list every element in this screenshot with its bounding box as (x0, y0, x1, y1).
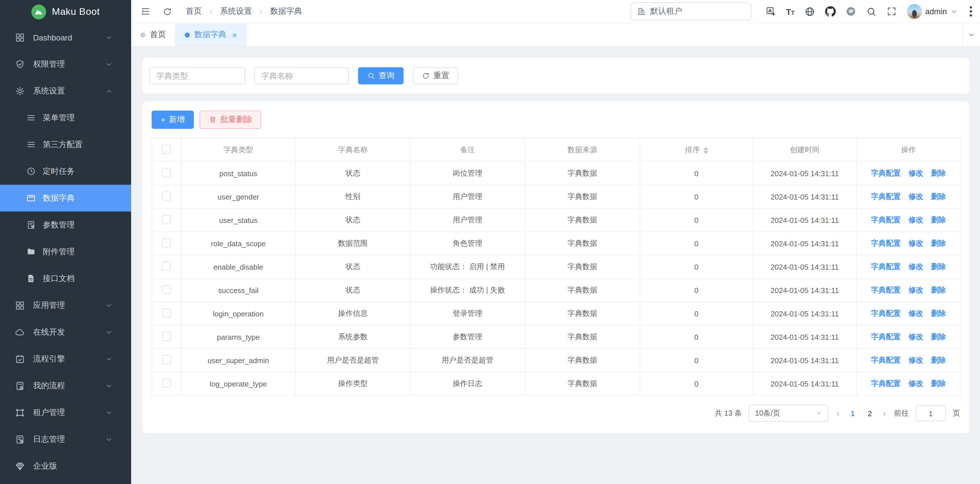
row-checkbox[interactable] (162, 191, 171, 201)
menu-lines-icon (26, 140, 36, 150)
user-menu[interactable]: admin (907, 4, 958, 19)
breadcrumb-item-system-settings[interactable]: 系统设置 (220, 6, 252, 16)
chevron-down-icon (950, 8, 958, 15)
sidebar-item-data-dictionary[interactable]: 数据字典 (0, 185, 131, 212)
next-page-button[interactable]: › (882, 408, 887, 419)
delete-link[interactable]: 删除 (931, 215, 946, 224)
delete-link[interactable]: 删除 (931, 262, 946, 271)
sidebar-item-label: 应用管理 (33, 300, 105, 310)
row-checkbox[interactable] (162, 378, 171, 387)
row-checkbox[interactable] (162, 355, 171, 364)
cell-dict-type: log_operate_type (181, 372, 296, 395)
dict-config-link[interactable]: 字典配置 (871, 192, 901, 201)
delete-link[interactable]: 删除 (931, 379, 946, 388)
page-number-2[interactable]: 2 (865, 409, 875, 417)
gitee-icon[interactable] (845, 6, 856, 17)
row-checkbox[interactable] (162, 308, 171, 317)
search-button[interactable]: 查询 (358, 67, 404, 84)
dict-config-link[interactable]: 字典配置 (871, 309, 901, 318)
prev-page-button[interactable]: ‹ (835, 408, 841, 419)
dict-config-link[interactable]: 字典配置 (871, 332, 901, 341)
search-icon[interactable] (866, 6, 877, 17)
dict-config-link[interactable]: 字典配置 (871, 356, 901, 364)
cell-remark: 参数管理 (410, 325, 525, 349)
github-icon[interactable] (825, 6, 836, 17)
edit-link[interactable]: 修改 (908, 309, 923, 318)
sidebar-item-scheduled-tasks[interactable]: 定时任务 (0, 158, 131, 185)
page-size-select[interactable]: 10条/页 (749, 405, 829, 422)
globe-icon[interactable] (804, 6, 815, 17)
sidebar-item-online-dev[interactable]: 在线开发 (0, 319, 131, 345)
font-size-icon[interactable]: TT (786, 7, 795, 16)
close-icon[interactable]: × (232, 30, 237, 40)
row-checkbox[interactable] (162, 331, 171, 341)
row-checkbox[interactable] (162, 261, 171, 271)
sidebar-item-api-docs[interactable]: 接口文档 (0, 265, 131, 292)
sidebar-item-system-settings[interactable]: 系统设置 (0, 78, 131, 104)
row-checkbox[interactable] (162, 215, 171, 224)
edit-link[interactable]: 修改 (908, 262, 923, 271)
delete-link[interactable]: 删除 (931, 332, 946, 341)
edit-link[interactable]: 修改 (908, 169, 923, 177)
sidebar-item-app-management[interactable]: 应用管理 (0, 292, 131, 319)
tab-data-dictionary[interactable]: 数据字典 × (176, 23, 247, 46)
delete-link[interactable]: 删除 (931, 192, 946, 201)
sidebar-item-menu-management[interactable]: 菜单管理 (0, 104, 131, 131)
edit-link[interactable]: 修改 (908, 192, 923, 201)
tenant-select[interactable]: 默认租户 (630, 2, 751, 21)
sort-carets-icon[interactable] (703, 147, 708, 154)
menu-fold-icon[interactable] (140, 6, 151, 16)
edit-link[interactable]: 修改 (908, 332, 923, 341)
sidebar-item-enterprise[interactable]: 企业版 (0, 453, 131, 479)
breadcrumb-item-home[interactable]: 首页 (186, 6, 202, 16)
batch-delete-button[interactable]: 批量删除 (199, 111, 261, 129)
tab-dropdown-button[interactable] (963, 23, 980, 46)
row-checkbox[interactable] (162, 238, 171, 247)
tab-dot-icon (140, 32, 145, 37)
cell-actions: 字典配置 修改 删除 (857, 185, 960, 209)
sidebar-item-params-management[interactable]: 参数管理 (0, 212, 131, 238)
dict-config-link[interactable]: 字典配置 (871, 379, 901, 388)
dict-name-input[interactable] (254, 67, 349, 84)
sidebar-item-workflow-engine[interactable]: 流程引擎 (0, 345, 131, 372)
cell-sort: 0 (640, 232, 753, 255)
delete-link[interactable]: 删除 (931, 169, 946, 177)
translate-icon[interactable] (765, 6, 776, 17)
sidebar-item-attachments[interactable]: 附件管理 (0, 238, 131, 265)
goto-page-input[interactable] (916, 405, 946, 421)
dict-config-link[interactable]: 字典配置 (871, 262, 901, 271)
col-sort[interactable]: 排序 (640, 138, 753, 162)
fullscreen-icon[interactable] (886, 6, 897, 17)
dict-config-link[interactable]: 字典配置 (871, 169, 901, 177)
row-checkbox[interactable] (162, 168, 171, 177)
dict-config-link[interactable]: 字典配置 (871, 239, 901, 247)
sidebar-item-permissions[interactable]: 权限管理 (0, 51, 131, 78)
sidebar-item-my-workflow[interactable]: 我的流程 (0, 372, 131, 399)
edit-link[interactable]: 修改 (908, 379, 923, 388)
sidebar-item-dashboard[interactable]: Dashboard (0, 24, 131, 51)
page-number-1[interactable]: 1 (848, 409, 858, 417)
select-all-checkbox[interactable] (162, 145, 171, 154)
delete-link[interactable]: 删除 (931, 356, 946, 364)
edit-link[interactable]: 修改 (908, 215, 923, 224)
sidebar-item-log-management[interactable]: 日志管理 (0, 426, 131, 453)
more-options-icon[interactable] (970, 6, 972, 16)
edit-link[interactable]: 修改 (908, 286, 923, 294)
edit-link[interactable]: 修改 (908, 356, 923, 364)
sidebar-item-thirdparty-config[interactable]: 第三方配置 (0, 131, 131, 158)
avatar[interactable] (907, 4, 922, 19)
dict-config-link[interactable]: 字典配置 (871, 215, 901, 224)
tab-home[interactable]: 首页 (131, 23, 176, 46)
add-button[interactable]: + 新增 (152, 111, 194, 129)
dict-config-link[interactable]: 字典配置 (871, 286, 901, 294)
reset-button[interactable]: 重置 (413, 67, 458, 84)
sidebar-item-tenant-management[interactable]: 租户管理 (0, 399, 131, 426)
cell-actions: 字典配置 修改 删除 (857, 302, 960, 325)
delete-link[interactable]: 删除 (931, 309, 946, 318)
edit-link[interactable]: 修改 (908, 239, 923, 247)
row-checkbox[interactable] (162, 285, 171, 294)
refresh-icon[interactable] (162, 6, 172, 16)
delete-link[interactable]: 删除 (931, 286, 946, 294)
delete-link[interactable]: 删除 (931, 239, 946, 247)
dict-type-input[interactable] (150, 67, 245, 84)
